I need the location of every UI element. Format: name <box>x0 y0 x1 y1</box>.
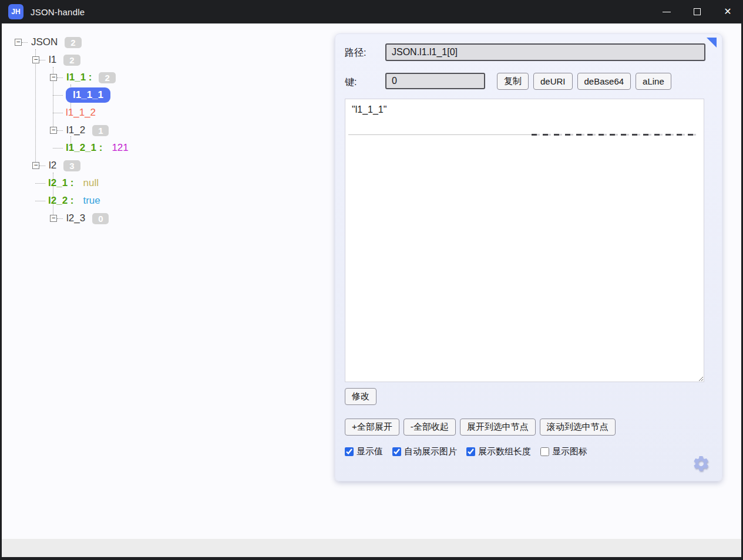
count-badge: 0 <box>92 213 109 224</box>
tree-connector <box>53 95 63 96</box>
node-key[interactable]: JSON <box>31 36 58 48</box>
expand-toggle-icon[interactable]: − <box>32 56 39 63</box>
node-key[interactable]: l1_1_1 <box>66 87 110 103</box>
node-key[interactable]: l2_1 : <box>48 177 73 189</box>
options-row: 显示值自动展示图片展示数组长度显示图标 <box>345 446 587 457</box>
node-key[interactable]: l1_2 <box>66 124 85 136</box>
indent <box>2 113 53 113</box>
indent <box>2 183 35 184</box>
value-editor-wrap: "l1_1_1" <box>345 99 704 382</box>
tree-connector <box>57 218 63 219</box>
key-label: 键: <box>345 76 357 89</box>
tree-connector <box>35 183 45 184</box>
maximize-icon <box>694 8 701 15</box>
tree-connector <box>57 130 63 131</box>
minimize-button[interactable] <box>651 0 682 23</box>
title-bar: JH JSON-handle ✕ <box>0 0 743 23</box>
close-button[interactable]: ✕ <box>712 0 743 23</box>
show-value-checkbox-label: 显示值 <box>357 446 383 457</box>
horizontal-scrollbar[interactable] <box>2 539 741 557</box>
tree-node-l2_3[interactable]: −l2_30 <box>2 210 331 227</box>
count-badge: 3 <box>63 160 80 171</box>
show-array-length-checkbox[interactable] <box>466 447 475 456</box>
tree-action-row: +全部展开-全部收起展开到选中节点滚动到选中节点 <box>345 419 616 436</box>
tree-node-l1_1[interactable]: −l1_1 :2 <box>2 69 331 86</box>
show-icon-checkbox[interactable] <box>540 447 549 456</box>
main-content: −JSON2−l12−l1_1 :2l1_1_1l1_1_2−l1_21l1_2… <box>2 23 741 539</box>
corner-triangle-icon <box>707 38 717 48</box>
tree-connector <box>53 148 63 149</box>
node-key[interactable]: l1 <box>49 54 56 66</box>
node-key[interactable]: l2_3 <box>66 212 85 224</box>
count-badge: 1 <box>92 125 109 136</box>
tree-node-JSON[interactable]: −JSON2 <box>2 33 331 51</box>
expand-to-selected-button[interactable]: 展开到选中节点 <box>460 419 536 436</box>
expand-all-button[interactable]: +全部展开 <box>345 419 399 436</box>
indent <box>2 148 53 149</box>
scroll-to-selected-button[interactable]: 滚动到选中节点 <box>540 419 616 436</box>
tree-connector <box>35 201 45 201</box>
indent <box>2 60 32 60</box>
close-icon: ✕ <box>724 7 731 16</box>
deuri-button[interactable]: deURI <box>533 73 573 90</box>
indent <box>2 42 15 43</box>
tree-node-l2[interactable]: −l23 <box>2 157 331 174</box>
app-icon: JH <box>8 4 23 19</box>
tree-connector <box>39 166 45 166</box>
copy-button[interactable]: 复制 <box>497 73 529 90</box>
node-key[interactable]: l1_1_2 <box>66 107 96 119</box>
settings-gear-icon[interactable] <box>692 454 710 473</box>
expand-toggle-icon[interactable]: − <box>15 39 22 46</box>
path-input[interactable] <box>385 43 705 61</box>
debase64-button[interactable]: deBase64 <box>577 73 631 90</box>
node-key[interactable]: l1_1 : <box>66 72 92 83</box>
collapse-all-button[interactable]: -全部收起 <box>404 419 456 436</box>
minimize-icon <box>663 12 671 12</box>
tree-node-l1_2[interactable]: −l1_21 <box>2 122 331 139</box>
path-label: 路径: <box>345 47 366 59</box>
modify-button[interactable]: 修改 <box>345 388 376 405</box>
tree-node-l1[interactable]: −l12 <box>2 51 331 69</box>
node-value: null <box>83 177 98 189</box>
node-value: 121 <box>112 142 128 154</box>
expand-toggle-icon[interactable]: − <box>50 127 57 134</box>
tree-node-l1_1_1[interactable]: l1_1_1 <box>2 86 331 104</box>
auto-show-image-checkbox-label: 自动展示图片 <box>404 446 457 457</box>
aline-button[interactable]: aLine <box>636 73 671 90</box>
maximize-button[interactable] <box>682 0 712 23</box>
show-array-length-checkbox-group: 展示数组长度 <box>466 446 531 457</box>
node-key[interactable]: l2 <box>49 160 56 171</box>
node-key[interactable]: l1_2_1 : <box>66 142 102 154</box>
expand-toggle-icon[interactable]: − <box>50 215 57 222</box>
key-button-row: 复制deURIdeBase64aLine <box>497 73 671 90</box>
value-editor[interactable]: "l1_1_1" <box>345 99 704 382</box>
show-icon-checkbox-label: 显示图标 <box>552 446 587 457</box>
node-value: true <box>83 195 100 207</box>
indent <box>2 218 50 219</box>
auto-show-image-checkbox[interactable] <box>392 447 401 456</box>
tree-connector <box>57 77 63 78</box>
tree-connector <box>53 113 63 113</box>
tree-node-l1_2_1[interactable]: l1_2_1 :121 <box>2 139 331 157</box>
tree-node-l2_1[interactable]: l2_1 :null <box>2 174 331 192</box>
window-controls: ✕ <box>651 0 743 23</box>
tree-node-l1_1_2[interactable]: l1_1_2 <box>2 104 331 122</box>
show-value-checkbox[interactable] <box>345 447 354 456</box>
expand-toggle-icon[interactable]: − <box>32 162 39 169</box>
count-badge: 2 <box>63 55 80 66</box>
window-title: JSON-handle <box>31 7 85 17</box>
count-badge: 2 <box>99 72 115 83</box>
detail-panel: 路径: 键: 复制deURIdeBase64aLine "l1_1_1" 修改 … <box>335 33 722 481</box>
tree-node-l2_2[interactable]: l2_2 :true <box>2 192 331 210</box>
expand-toggle-icon[interactable]: − <box>50 74 57 81</box>
show-array-length-checkbox-label: 展示数组长度 <box>478 446 531 457</box>
indent <box>2 95 53 96</box>
app-window: JH JSON-handle ✕ −JSON2−l12−l1_1 :2l1_1_… <box>0 0 743 560</box>
show-value-checkbox-group: 显示值 <box>345 446 383 457</box>
tree-connector <box>39 60 45 60</box>
show-icon-checkbox-group: 显示图标 <box>540 446 587 457</box>
indent <box>2 130 50 131</box>
node-key[interactable]: l2_2 : <box>48 195 73 207</box>
key-input[interactable] <box>385 73 485 89</box>
indent <box>2 77 50 78</box>
